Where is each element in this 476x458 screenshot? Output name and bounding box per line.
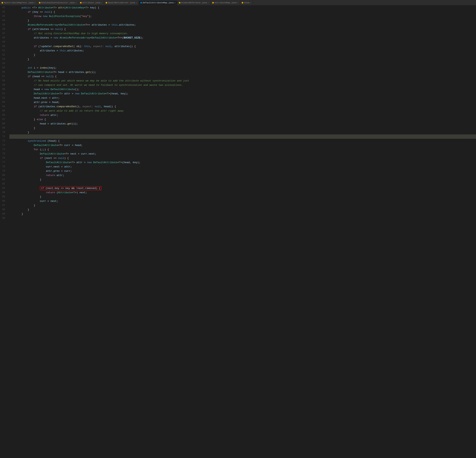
line-num-87: 87 xyxy=(0,204,7,207)
gutter-row-86: 86 xyxy=(0,199,8,203)
tab-nettyserver[interactable]: base/NettyServer.java ✕ xyxy=(104,0,139,6)
line-num-86: 86 xyxy=(0,200,7,203)
line-num-85: 85 xyxy=(0,195,7,198)
close-icon[interactable]: ✕ xyxy=(174,1,176,4)
line-num-52: 52 xyxy=(0,53,7,56)
gutter-row-42: 42 xyxy=(0,10,8,14)
gutter-row-52: 52 xyxy=(0,53,8,57)
code-line-66: return attr; xyxy=(9,113,476,117)
code-line-81: } xyxy=(9,177,476,182)
gutter-row-58: 58 xyxy=(0,79,8,83)
close-icon[interactable]: ✕ xyxy=(237,1,238,4)
close-icon[interactable]: ✕ xyxy=(250,1,251,4)
code-line-45: AtomicReferenceArray<DefaultAttribute<?>… xyxy=(9,23,476,27)
line-num-89: 89 xyxy=(0,212,7,215)
code-text-area[interactable]: public <T> Attribute<T> attr(AttributeKe… xyxy=(8,6,476,458)
line-num-68: 68 xyxy=(0,122,7,125)
code-line-58: // No head exists yet which means we may… xyxy=(9,79,476,83)
code-line-41: public <T> Attribute<T> attr(AttributeKe… xyxy=(9,6,476,10)
code-line-61: DefaultAttribute<T> attr = new DefaultAt… xyxy=(9,91,476,96)
tab-myglobaleventexecutor[interactable]: MyGlobalEventExecutor.java ✕ xyxy=(37,0,78,6)
code-line-42: if (key == null) { xyxy=(9,10,476,14)
line-num-61: 61 xyxy=(0,92,7,95)
gutter-row-81: 81 xyxy=(0,177,8,182)
gutter-row-47: 47 xyxy=(0,31,8,35)
tab-label: MyAttributeMapTest.java xyxy=(4,1,34,4)
line-num-45: 45 xyxy=(0,23,7,26)
code-line-54 xyxy=(9,61,476,66)
tab-label: DefaultAttributeMap.java xyxy=(143,1,174,4)
gutter-row-68: 68 xyxy=(0,122,8,126)
code-line-83: if (next.key == key && !next.removed) { xyxy=(9,186,476,190)
gutter-row-45: 45 xyxy=(0,23,8,27)
gutter-row-49: 49 xyxy=(0,40,8,44)
close-icon[interactable]: ✕ xyxy=(208,1,209,4)
line-num-56: 56 xyxy=(0,71,7,73)
gutter-row-89: 89 xyxy=(0,212,8,216)
line-num-74: 74 xyxy=(0,148,7,151)
close-icon[interactable]: ✕ xyxy=(101,1,102,4)
code-line-82 xyxy=(9,182,476,186)
code-line-90 xyxy=(9,216,476,220)
code-line-78: curr.next = attr; xyxy=(9,165,476,169)
gutter-row-71: 71 xyxy=(0,134,8,139)
tab-myattributemaptest[interactable]: MyAttributeMapTest.java ✕ xyxy=(0,0,37,6)
line-num-82: 82 xyxy=(0,183,7,185)
gutter-row-72: 72 xyxy=(0,139,8,143)
code-line-71 xyxy=(9,134,476,139)
code-line-44: } xyxy=(9,18,476,23)
tab-label: MyGlobalEventExecutor.java xyxy=(41,1,75,4)
code-line-72: synchronized (head) { xyxy=(9,139,476,143)
code-line-77: DefaultAttribute<T> attr = new DefaultAt… xyxy=(9,160,476,165)
code-line-47: // Not using ConcurrentHashMap due to hi… xyxy=(9,31,476,35)
gutter-row-53: 53 xyxy=(0,57,8,61)
code-line-50: if (!updater.compareAndSet( obj: this, e… xyxy=(9,44,476,48)
line-num-42: 42 xyxy=(0,10,7,13)
gutter-row-51: 51 xyxy=(0,48,8,53)
breakpoint-41[interactable] xyxy=(7,7,8,9)
gutter-row-50: 50 xyxy=(0,44,8,48)
code-line-74: for (;;) { xyxy=(9,147,476,152)
line-num-55: 55 xyxy=(0,66,7,69)
code-line-67: } else { xyxy=(9,117,476,122)
line-num-53: 53 xyxy=(0,58,7,61)
tab-label: Attribute.java xyxy=(82,1,100,4)
close-icon[interactable]: ✕ xyxy=(136,1,137,4)
gutter-row-90: 90 xyxy=(0,216,8,220)
tab-atom[interactable]: Atom ✕ xyxy=(240,0,253,6)
line-num-48: 48 xyxy=(0,36,7,39)
line-num-90: 90 xyxy=(0,217,7,220)
code-editor: 41 42 43 44 45 46 47 xyxy=(0,6,476,458)
gutter-row-59: 59 xyxy=(0,83,8,87)
gutter-row-75: 75 xyxy=(0,152,8,156)
close-icon[interactable]: ✕ xyxy=(76,1,77,4)
line-num-54: 54 xyxy=(0,62,7,65)
line-num-73: 73 xyxy=(0,144,7,147)
code-line-84: return (Attribute<T>) next; xyxy=(9,190,476,195)
tab-attributemap[interactable]: AttributeMap.java ✕ xyxy=(211,0,240,6)
tab-attribute[interactable]: Attribute.java ✕ xyxy=(78,0,104,6)
close-icon[interactable]: ✕ xyxy=(34,1,35,4)
gutter-row-69: 69 xyxy=(0,126,8,130)
code-line-85: } xyxy=(9,195,476,199)
code-line-64: if (attributes.compareAndSet(i, expect: … xyxy=(9,104,476,109)
tab-label: AttributeMap.java xyxy=(215,1,237,4)
code-line-59: // use compare and set. At worst we need… xyxy=(9,83,476,87)
code-line-65: // we were able to add it so return the … xyxy=(9,109,476,113)
gutter-row-84: 84 xyxy=(0,190,8,195)
line-num-58: 58 xyxy=(0,79,7,82)
tab-defaultattributemap[interactable]: DefaultAttributeMap.java ✕ xyxy=(139,0,177,6)
code-line-86: curr = next; xyxy=(9,199,476,203)
line-num-64: 64 xyxy=(0,105,7,108)
code-line-49 xyxy=(9,40,476,44)
line-num-76: 76 xyxy=(0,157,7,159)
code-line-80: return attr; xyxy=(9,173,476,177)
gutter-row-70: 70 xyxy=(0,130,8,134)
line-num-83: 83 xyxy=(0,187,7,190)
gutter-row-55: 55 xyxy=(0,66,8,70)
tab-atomicreference[interactable]: AtomicReference.java ✕ xyxy=(177,0,211,6)
line-num-66: 66 xyxy=(0,114,7,116)
line-num-60: 60 xyxy=(0,88,7,91)
gutter-row-43: 43 xyxy=(0,14,8,18)
tab-dot xyxy=(179,2,180,3)
